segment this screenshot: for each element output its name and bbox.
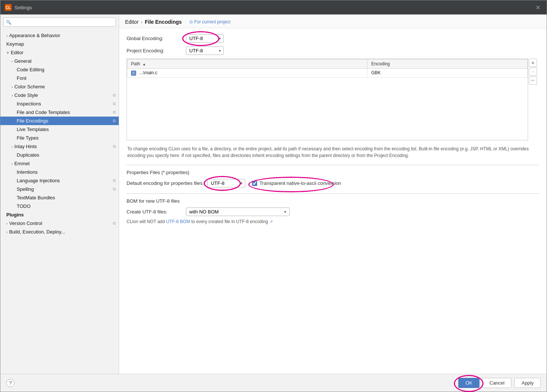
sidebar-item-todo[interactable]: TODO [0,202,119,210]
sidebar-item-label: Emmet [14,161,30,166]
arrow-icon: › [12,59,13,63]
create-utf8-select[interactable]: with NO BOM with BOM with BOM (if UTF-8 … [186,208,290,216]
sidebar-item-label: Editor [11,50,23,55]
sidebar-tree: › Appearance & Behavior Keymap ∨ Editor … [0,30,119,374]
apply-button[interactable]: Apply [514,378,541,388]
copy-icon: ⧉ [113,221,116,226]
help-button[interactable]: ? [6,379,14,387]
breadcrumb-bar: Editor › File Encodings ⊙ For current pr… [119,14,547,28]
file-table-wrapper: Path ▲ Encoding c .. [127,59,539,140]
sidebar-item-label: Duplicates [17,152,39,158]
sidebar-item-keymap[interactable]: Keymap [0,40,119,48]
properties-encoding-row: Default encoding for properties files: U… [127,179,539,187]
sidebar-item-label: File Types [17,135,39,141]
arrow-icon: › [6,221,8,226]
sidebar-item-file-encodings[interactable]: File Encodings ⧉ [0,117,119,125]
path-cell: c ...\main.c [127,69,367,78]
close-button[interactable]: ✕ [533,3,542,12]
project-encoding-select-wrapper[interactable]: UTF-8 UTF-16 ISO-8859-1 GBK [186,46,224,55]
project-encoding-select[interactable]: UTF-8 UTF-16 ISO-8859-1 GBK [186,46,224,55]
sidebar-item-label: File Encodings [17,118,48,124]
bom-section: Create UTF-8 files: with NO BOM with BOM… [127,208,539,224]
sidebar-item-code-editing[interactable]: Code Editing [0,65,119,74]
arrow-icon: › [6,33,8,38]
table-row[interactable]: c ...\main.c GBK [127,69,528,78]
path-column-header: Path ▲ [127,59,367,69]
sidebar-item-label: Code Style [14,92,38,98]
arrow-icon: › [12,93,13,98]
sidebar-item-editor[interactable]: ∨ Editor [0,48,119,57]
project-encoding-label: Project Encoding: [127,48,186,53]
sidebar-item-font[interactable]: Font [0,74,119,82]
app-icon: CL [5,4,12,11]
sidebar-item-label: Build, Execution, Deploy... [9,229,65,235]
global-encoding-select[interactable]: UTF-8 UTF-16 ISO-8859-1 GBK [186,34,224,43]
arrow-icon: › [12,144,13,149]
sidebar-item-label: Font [17,75,26,81]
global-encoding-row: Global Encoding: UTF-8 UTF-16 ISO-8859-1… [127,34,539,43]
encoding-cell: GBK [367,69,528,78]
sidebar-item-version-control[interactable]: › Version Control ⧉ [0,219,119,228]
sidebar-item-spelling[interactable]: Spelling ⧉ [0,185,119,193]
arrow-icon: › [12,85,13,89]
section-divider-1 [127,165,539,165]
copy-icon: ⧉ [113,187,116,192]
sidebar-item-label: Code Editing [17,67,44,72]
sidebar-item-general[interactable]: › General [0,57,119,65]
remove-path-button[interactable]: − [529,68,537,76]
add-path-button[interactable]: + [529,59,537,67]
properties-section-label: Properties Files (*.properties) [127,170,539,175]
sidebar-item-live-templates[interactable]: Live Templates [0,125,119,134]
sidebar-item-label: Appearance & Behavior [9,33,60,38]
search-box[interactable]: 🔍 [3,17,116,27]
main-panel: Editor › File Encodings ⊙ For current pr… [119,14,547,374]
properties-encoding-select[interactable]: UTF-8 UTF-16 ISO-8859-1 GBK [207,179,245,187]
edit-path-button[interactable]: ✏ [529,76,537,85]
sidebar-item-intentions[interactable]: Intentions [0,168,119,176]
breadcrumb-current: File Encodings [145,19,182,25]
transparent-checkbox[interactable] [252,181,257,186]
search-input[interactable] [13,19,113,25]
sidebar-item-color-scheme[interactable]: › Color Scheme [0,82,119,91]
sidebar-item-label: Version Control [9,220,42,226]
sidebar-item-label: TODO [17,203,30,209]
create-utf8-select-wrapper[interactable]: with NO BOM with BOM with BOM (if UTF-8 … [186,208,290,216]
for-current-project-link[interactable]: ⊙ For current project [189,19,230,24]
sidebar-item-plugins[interactable]: Plugins [0,210,119,219]
sidebar-item-label: File and Code Templates [17,110,70,115]
sidebar-item-label: General [14,58,32,64]
external-link-icon: ↗ [269,219,273,224]
arrow-icon: › [12,161,13,166]
arrow-icon: ∨ [6,50,9,55]
utf8-bom-link[interactable]: UTF-8 BOM [166,219,190,224]
sidebar-item-label: Plugins [6,212,24,218]
cancel-button[interactable]: Cancel [482,378,511,388]
copy-icon: ⧉ [113,144,116,149]
breadcrumb-parent: Editor [125,19,139,25]
ok-button[interactable]: OK [458,378,479,388]
main-content: 🔍 › Appearance & Behavior Keymap ∨ Edito… [0,14,547,374]
copy-icon: ⧉ [113,101,116,106]
sidebar: 🔍 › Appearance & Behavior Keymap ∨ Edito… [0,14,119,374]
sidebar-item-textmate-bundles[interactable]: TextMate Bundles [0,193,119,202]
global-encoding-label: Global Encoding: [127,36,186,41]
copy-icon: ⧉ [113,93,116,98]
sidebar-item-language-injections[interactable]: Language Injections ⧉ [0,176,119,185]
properties-encoding-select-wrapper[interactable]: UTF-8 UTF-16 ISO-8859-1 GBK [207,179,245,187]
copy-icon: ⧉ [113,178,116,183]
copy-icon: ⧉ [113,118,116,123]
default-encoding-label: Default encoding for properties files: [127,180,204,186]
sidebar-item-emmet[interactable]: › Emmet [0,159,119,168]
global-encoding-select-wrapper[interactable]: UTF-8 UTF-16 ISO-8859-1 GBK [186,34,224,43]
sidebar-item-inlay-hints[interactable]: › Inlay Hints ⧉ [0,142,119,151]
sidebar-item-label: Color Scheme [14,84,45,89]
sidebar-item-build-exec[interactable]: › Build, Execution, Deploy... [0,228,119,236]
sort-arrow-icon: ▲ [143,62,146,66]
sidebar-item-appearance[interactable]: › Appearance & Behavior [0,31,119,40]
project-encoding-row: Project Encoding: UTF-8 UTF-16 ISO-8859-… [127,46,539,55]
sidebar-item-file-types[interactable]: File Types [0,134,119,142]
sidebar-item-file-code-templates[interactable]: File and Code Templates ⧉ [0,108,119,117]
sidebar-item-duplicates[interactable]: Duplicates [0,151,119,159]
sidebar-item-code-style[interactable]: › Code Style ⧉ [0,91,119,99]
sidebar-item-inspections[interactable]: Inspections ⧉ [0,99,119,108]
